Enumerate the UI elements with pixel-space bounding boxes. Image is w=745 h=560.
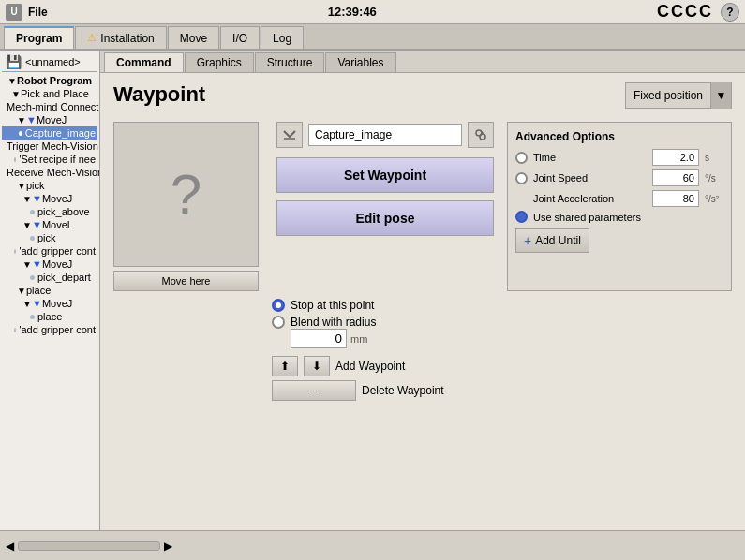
add-delete-row: ⬆ ⬇ Add Waypoint — Delete Waypoint — [272, 356, 732, 401]
command-panel: Waypoint Fixed position ▼ ? Move here — [100, 73, 745, 530]
add-until-button[interactable]: + Add Until — [515, 228, 589, 253]
delete-waypoint-button[interactable]: — — [272, 380, 356, 401]
stop-label: Stop at this point — [291, 299, 374, 312]
waypoint-preview: ? Move here — [113, 122, 263, 291]
tree-movej-3[interactable]: ▼ ▼ MoveJ — [2, 258, 97, 271]
move-here-button[interactable]: Move here — [113, 271, 259, 291]
tab-graphics[interactable]: Graphics — [185, 52, 254, 72]
tree-add-gripper-1[interactable]: 'add gripper cont — [2, 244, 97, 258]
stop-radio-row[interactable]: Stop at this point — [272, 299, 732, 312]
add-waypoint-down-button[interactable]: ⬇ — [304, 356, 330, 376]
top-tabs: Program ⚠ Installation Move I/O Log — [0, 24, 745, 51]
adv-joint-speed-unit: °/s — [705, 173, 723, 184]
main-layout: 💾 <unnamed> ▼ Robot Program ▼ Pick and P… — [0, 51, 745, 530]
position-dropdown-arrow[interactable]: ▼ — [710, 82, 731, 109]
help-button[interactable]: ? — [721, 3, 739, 22]
tree-pick-and-place[interactable]: ▼ Pick and Place — [2, 87, 97, 100]
adv-shared-label: Use shared parameters — [533, 212, 723, 223]
add-until-row: + Add Until — [515, 228, 723, 253]
blend-unit: mm — [350, 333, 367, 345]
title-bar: U File 12:39:46 CCCC ? — [0, 0, 745, 24]
advanced-title: Advanced Options — [515, 130, 723, 143]
tab-variables[interactable]: Variables — [325, 52, 395, 72]
sidebar-scroll: ◀ ▶ — [6, 539, 172, 553]
adv-time-input[interactable] — [652, 149, 699, 166]
tab-structure[interactable]: Structure — [255, 52, 325, 72]
tree-movel[interactable]: ▼ ▼ MoveL — [2, 218, 97, 231]
tree-receive[interactable]: Receive Mech-Vision — [2, 166, 97, 179]
tab-move[interactable]: Move — [168, 26, 219, 49]
sidebar-unnamed: <unnamed> — [25, 56, 81, 67]
panel-top: Waypoint Fixed position ▼ — [113, 82, 732, 116]
adv-time-label: Time — [533, 152, 647, 163]
panel-main: ? Move here — [113, 122, 732, 291]
adv-time-row: Time s — [515, 149, 723, 166]
blend-input-row: mm — [291, 329, 732, 348]
tree-add-gripper-2[interactable]: 'add gripper cont — [2, 323, 97, 336]
preview-box: ? — [113, 122, 259, 267]
tree-pick-depart[interactable]: pick_depart — [2, 271, 97, 284]
blend-radio[interactable] — [272, 316, 285, 329]
adv-time-radio[interactable] — [515, 152, 528, 164]
adv-shared-radio[interactable] — [515, 211, 528, 223]
name-row — [276, 122, 494, 148]
tree-mech-mind-connect[interactable]: Mech-mind Connect — [2, 100, 97, 113]
waypoint-name-input[interactable] — [308, 124, 462, 146]
app-logo: U — [6, 4, 22, 21]
title-bar-left: U File — [6, 4, 48, 21]
preview-question: ? — [171, 162, 201, 227]
tab-log[interactable]: Log — [261, 26, 304, 49]
add-btn-row: ⬆ ⬇ Add Waypoint — [272, 356, 732, 376]
tree-set-recipe[interactable]: 'Set recipe if nee — [2, 153, 97, 166]
advanced-options: Advanced Options Time s Joint Speed °/s — [507, 122, 732, 291]
tree-pick-leaf[interactable]: pick — [2, 231, 97, 244]
title-bar-right: CCCC ? — [657, 2, 739, 22]
tree-movej-1[interactable]: ▼ ▼ MoveJ — [2, 113, 97, 126]
blend-label: Blend with radius — [291, 316, 376, 329]
right-panel: Set Waypoint Edit pose — [276, 122, 494, 291]
adv-joint-accel-unit: °/s² — [705, 194, 723, 204]
title-time: 12:39:46 — [328, 5, 377, 19]
tree-pick-folder[interactable]: ▼ pick — [2, 179, 97, 192]
tree-movej-2[interactable]: ▼ ▼ MoveJ — [2, 192, 97, 205]
stop-radio[interactable] — [272, 299, 285, 312]
adv-joint-speed-input[interactable] — [652, 169, 699, 186]
add-waypoint-up-button[interactable]: ⬆ — [272, 356, 298, 376]
tab-io[interactable]: I/O — [220, 26, 260, 49]
name-icon — [276, 122, 303, 148]
adv-joint-speed-radio[interactable] — [515, 172, 528, 184]
tab-program[interactable]: Program — [4, 26, 74, 49]
scroll-right-icon[interactable]: ▶ — [164, 539, 172, 553]
sidebar-save-icon[interactable]: 💾 — [6, 54, 22, 69]
app-title: File — [28, 6, 48, 19]
adv-joint-accel-input[interactable] — [652, 190, 699, 207]
adv-joint-accel-label: Joint Acceleration — [533, 193, 647, 204]
blend-radio-row[interactable]: Blend with radius — [272, 316, 732, 329]
title-cccc: CCCC — [657, 2, 713, 22]
set-waypoint-button[interactable]: Set Waypoint — [276, 157, 494, 193]
scroll-left-icon[interactable]: ◀ — [6, 539, 14, 553]
tab-installation[interactable]: ⚠ Installation — [75, 26, 166, 49]
controls-area: ◀ ▶ — [0, 530, 745, 560]
tree-place-leaf[interactable]: place — [2, 310, 97, 323]
adv-time-unit: s — [705, 153, 723, 163]
position-type-value: Fixed position — [626, 89, 710, 102]
tab-command[interactable]: Command — [104, 52, 184, 72]
tree-capture-image[interactable]: Capture_image — [2, 126, 97, 140]
content-area: Command Graphics Structure Variables Way… — [100, 51, 745, 530]
tree-place-folder[interactable]: ▼ place — [2, 284, 97, 297]
content-tabs: Command Graphics Structure Variables — [100, 51, 745, 73]
sidebar: 💾 <unnamed> ▼ Robot Program ▼ Pick and P… — [0, 51, 100, 530]
blend-value-input[interactable] — [291, 329, 347, 348]
position-type-select[interactable]: Fixed position ▼ — [625, 82, 732, 109]
scroll-bar[interactable] — [18, 541, 160, 551]
link-icon[interactable] — [468, 122, 494, 148]
adv-joint-speed-row: Joint Speed °/s — [515, 169, 723, 186]
tree-trigger[interactable]: Trigger Mech-Vision — [2, 140, 97, 153]
tree-movej-4[interactable]: ▼ ▼ MoveJ — [2, 297, 97, 310]
tree-pick-above[interactable]: pick_above — [2, 205, 97, 218]
adv-joint-accel-row: Joint Acceleration °/s² — [515, 190, 723, 207]
tree-robot-program[interactable]: ▼ Robot Program — [2, 74, 97, 87]
edit-pose-button[interactable]: Edit pose — [276, 200, 494, 236]
delete-btn-row: — Delete Waypoint — [272, 380, 732, 401]
